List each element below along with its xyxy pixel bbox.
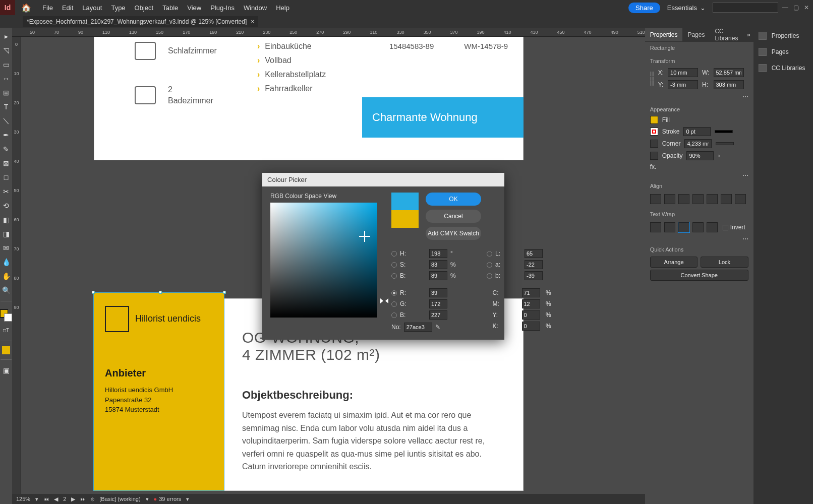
selection-handle[interactable] bbox=[223, 291, 226, 294]
eyedropper-icon[interactable]: ✎ bbox=[435, 324, 440, 331]
corner-icon[interactable] bbox=[650, 140, 658, 148]
selection-handle[interactable] bbox=[159, 291, 162, 294]
dock-properties[interactable]: Properties bbox=[753, 28, 813, 44]
next-page-icon[interactable]: ▶ bbox=[71, 496, 75, 502]
tab-properties[interactable]: Properties bbox=[645, 28, 683, 41]
wrap-none-icon[interactable] bbox=[650, 222, 661, 232]
menu-window[interactable]: Window bbox=[244, 4, 267, 12]
y-input[interactable] bbox=[522, 310, 540, 320]
zoom-level[interactable]: 125% bbox=[16, 496, 30, 502]
maximize-icon[interactable]: ▢ bbox=[793, 4, 799, 11]
direct-select-tool-icon[interactable]: ◹ bbox=[1, 45, 12, 56]
bv-input[interactable] bbox=[429, 271, 447, 280]
first-page-icon[interactable]: ⏮ bbox=[43, 496, 49, 502]
rectangle-frame-tool-icon[interactable]: ⊠ bbox=[1, 158, 12, 169]
selection-handle[interactable] bbox=[92, 291, 95, 294]
wrap-column-icon[interactable] bbox=[707, 222, 718, 232]
close-icon[interactable]: ✕ bbox=[804, 4, 809, 11]
fx-icon[interactable]: fx. bbox=[650, 163, 657, 170]
wrap-shape-icon[interactable] bbox=[678, 222, 689, 232]
dock-pages[interactable]: Pages bbox=[753, 44, 813, 60]
chevron-down-icon[interactable]: ▾ bbox=[146, 496, 149, 502]
align-left-icon[interactable] bbox=[650, 194, 661, 204]
saturation-value-field[interactable] bbox=[270, 203, 377, 318]
menu-plugins[interactable]: Plug-Ins bbox=[210, 4, 235, 12]
type-tool-icon[interactable]: T bbox=[1, 101, 12, 112]
y-input[interactable] bbox=[668, 80, 698, 89]
chevron-down-icon[interactable]: ▾ bbox=[35, 496, 38, 502]
tab-pages[interactable]: Pages bbox=[682, 28, 710, 41]
transform-tool-icon[interactable]: ⟲ bbox=[1, 200, 12, 211]
gap-tool-icon[interactable]: ↔ bbox=[1, 73, 12, 84]
m-input[interactable] bbox=[522, 299, 540, 308]
stroke-swatch[interactable] bbox=[650, 128, 658, 136]
menu-object[interactable]: Object bbox=[135, 4, 154, 12]
zoom-tool-icon[interactable]: 🔍 bbox=[1, 285, 12, 296]
menu-layout[interactable]: Layout bbox=[82, 4, 102, 12]
last-page-icon[interactable]: ⏭ bbox=[80, 496, 86, 502]
ok-button[interactable]: OK bbox=[426, 193, 481, 206]
align-top-icon[interactable] bbox=[692, 194, 704, 204]
align-vcenter-icon[interactable] bbox=[707, 194, 718, 204]
content-tool-icon[interactable]: ⊞ bbox=[1, 87, 12, 98]
fill-swatch[interactable] bbox=[650, 116, 658, 124]
line-tool-icon[interactable]: ＼ bbox=[1, 115, 12, 127]
menu-help[interactable]: Help bbox=[276, 4, 289, 12]
lock-button[interactable]: Lock bbox=[701, 257, 748, 268]
menu-edit[interactable]: Edit bbox=[62, 4, 73, 12]
stroke-label[interactable]: Stroke bbox=[662, 128, 680, 135]
note-tool-icon[interactable]: ✉ bbox=[1, 242, 12, 254]
invert-checkbox[interactable] bbox=[723, 225, 728, 230]
distribute-icon[interactable] bbox=[735, 194, 746, 204]
chevron-right-icon[interactable]: › bbox=[718, 152, 720, 159]
corner-label[interactable]: Corner bbox=[662, 140, 681, 147]
workspace-switcher[interactable]: Essentials⌄ bbox=[667, 4, 706, 12]
hex-input[interactable] bbox=[404, 323, 432, 332]
l-radio[interactable] bbox=[487, 251, 492, 257]
opacity-input[interactable] bbox=[686, 151, 714, 160]
pencil-tool-icon[interactable]: ✎ bbox=[1, 144, 12, 155]
gradient-swatch-tool-icon[interactable]: ◧ bbox=[1, 214, 12, 225]
h-radio[interactable] bbox=[391, 251, 397, 257]
sv-cursor-icon[interactable] bbox=[361, 233, 368, 240]
fill-label[interactable]: Fill bbox=[662, 116, 670, 123]
panel-collapse-icon[interactable]: » bbox=[744, 31, 753, 38]
align-right-icon[interactable] bbox=[678, 194, 689, 204]
open-icon[interactable]: ⎋ bbox=[91, 496, 94, 502]
dock-libraries[interactable]: CC Libraries bbox=[753, 60, 813, 76]
bb-input[interactable] bbox=[429, 310, 447, 320]
search-input[interactable] bbox=[713, 3, 778, 13]
hue-handle-icon[interactable] bbox=[385, 298, 388, 303]
gradient-feather-tool-icon[interactable]: ◨ bbox=[1, 228, 12, 239]
arrange-button[interactable]: Arrange bbox=[650, 257, 698, 268]
h-input[interactable] bbox=[714, 80, 744, 89]
corner-input[interactable] bbox=[684, 139, 712, 148]
corner-style-select[interactable] bbox=[716, 142, 734, 145]
chevron-down-icon[interactable]: ▾ bbox=[186, 496, 189, 502]
rectangle-tool-icon[interactable]: □ bbox=[1, 172, 12, 183]
close-tab-icon[interactable]: × bbox=[251, 18, 254, 25]
g-input[interactable] bbox=[429, 299, 447, 308]
minimize-icon[interactable]: — bbox=[782, 4, 788, 11]
x-input[interactable] bbox=[668, 68, 698, 77]
add-swatch-button[interactable]: Add CMYK Swatch bbox=[426, 227, 481, 240]
stroke-style-select[interactable] bbox=[715, 130, 733, 133]
r-input[interactable] bbox=[429, 288, 447, 297]
a-radio[interactable] bbox=[487, 262, 492, 268]
a-input[interactable] bbox=[525, 260, 543, 269]
page-number[interactable]: 2 bbox=[63, 496, 66, 502]
lab-b-input[interactable] bbox=[525, 271, 543, 280]
k-input[interactable] bbox=[522, 322, 540, 331]
convert-shape-button[interactable]: Convert Shape bbox=[650, 270, 748, 281]
panel-more-icon[interactable]: ⋯ bbox=[742, 235, 748, 242]
reference-point-grid[interactable] bbox=[650, 72, 654, 86]
s-input[interactable] bbox=[429, 260, 447, 269]
l-input[interactable] bbox=[525, 249, 543, 258]
wrap-bbox-icon[interactable] bbox=[664, 222, 675, 232]
align-bottom-icon[interactable] bbox=[721, 194, 732, 204]
hue-handle-icon[interactable] bbox=[380, 298, 383, 303]
h-input[interactable] bbox=[429, 249, 447, 258]
align-hcenter-icon[interactable] bbox=[664, 194, 675, 204]
scissors-tool-icon[interactable]: ✂ bbox=[1, 186, 12, 197]
bb-radio[interactable] bbox=[391, 312, 397, 318]
